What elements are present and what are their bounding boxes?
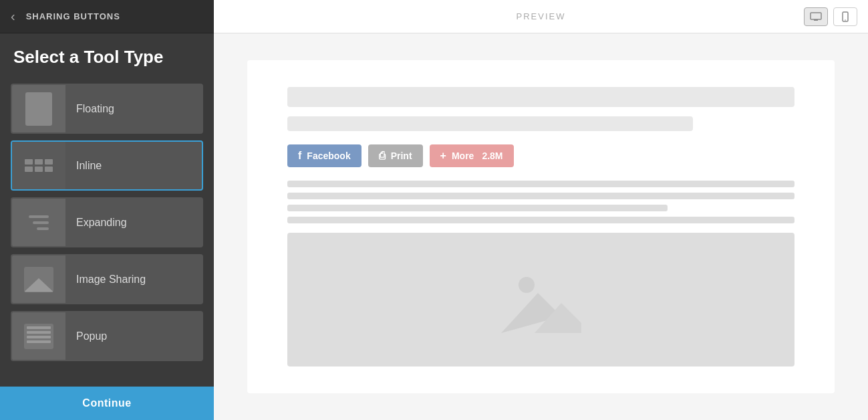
tool-label-inline: Inline	[65, 160, 102, 172]
print-label: Print	[391, 150, 412, 161]
sidebar-title: SHARING BUTTONS	[26, 11, 120, 21]
text-line-1	[287, 181, 794, 187]
select-tool-heading: Select a Tool Type	[11, 47, 203, 68]
desktop-device-button[interactable]	[804, 7, 828, 26]
image-placeholder	[287, 233, 794, 366]
desktop-icon	[810, 12, 822, 21]
preview-content-area: f Facebook ⎙ Print + More 2.8M	[247, 60, 835, 393]
tool-item-floating[interactable]: Floating	[11, 84, 203, 134]
main-area: PREVIEW f Facebook	[214, 0, 868, 420]
topbar: PREVIEW	[214, 0, 868, 33]
expanding-icon-container	[12, 197, 65, 247]
inline-icon	[25, 159, 53, 172]
tool-label-expanding: Expanding	[65, 217, 127, 229]
facebook-label: Facebook	[307, 150, 350, 161]
device-icons	[804, 7, 857, 26]
popup-icon	[24, 324, 53, 349]
text-lines-block	[287, 181, 794, 223]
content-block-subtitle	[287, 116, 693, 131]
popup-icon-container	[12, 311, 65, 361]
more-label: More	[452, 150, 474, 161]
sidebar: ‹ SHARING BUTTONS Select a Tool Type Flo…	[0, 0, 214, 420]
tool-item-expanding[interactable]: Expanding	[11, 197, 203, 247]
image-sharing-icon	[24, 267, 53, 292]
tool-label-popup: Popup	[65, 330, 107, 342]
content-block-title	[287, 87, 794, 107]
back-button[interactable]: ‹	[11, 9, 15, 24]
continue-button[interactable]: Continue	[0, 387, 214, 420]
preview-label: PREVIEW	[517, 11, 566, 21]
more-icon: +	[440, 150, 446, 162]
sidebar-content: Select a Tool Type Floating	[0, 33, 214, 387]
svg-point-3	[845, 19, 846, 21]
inline-icon-container	[12, 140, 65, 191]
text-line-3	[287, 205, 668, 211]
placeholder-image-icon	[501, 266, 581, 333]
more-share-button[interactable]: + More 2.8M	[430, 144, 514, 167]
svg-rect-1	[814, 19, 818, 21]
floating-icon	[25, 92, 52, 126]
print-icon: ⎙	[379, 150, 386, 162]
svg-point-4	[519, 277, 535, 293]
tool-item-popup[interactable]: Popup	[11, 311, 203, 361]
tool-label-floating: Floating	[65, 103, 114, 115]
mobile-device-button[interactable]	[833, 7, 857, 26]
image-sharing-icon-container	[12, 254, 65, 304]
facebook-share-button[interactable]: f Facebook	[287, 144, 361, 167]
more-count: 2.8M	[482, 150, 502, 161]
mobile-icon	[842, 11, 849, 22]
facebook-icon: f	[298, 150, 301, 162]
expanding-icon	[29, 215, 49, 230]
print-share-button[interactable]: ⎙ Print	[368, 144, 423, 167]
sharing-buttons-row: f Facebook ⎙ Print + More 2.8M	[287, 144, 794, 167]
tool-label-image-sharing: Image Sharing	[65, 274, 146, 286]
text-line-2	[287, 193, 794, 199]
svg-rect-0	[811, 13, 821, 19]
sidebar-header: ‹ SHARING BUTTONS	[0, 0, 214, 33]
tool-item-inline[interactable]: Inline	[11, 140, 203, 191]
floating-icon-container	[12, 84, 65, 134]
text-line-4	[287, 217, 794, 223]
tool-item-image-sharing[interactable]: Image Sharing	[11, 254, 203, 304]
